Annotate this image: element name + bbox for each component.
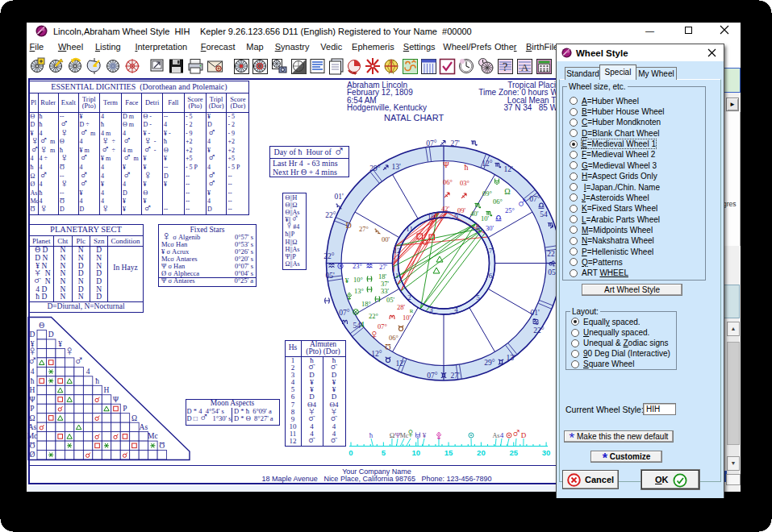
svg-text:20: 20 (477, 448, 486, 457)
svg-text:¥: ¥ (58, 340, 62, 348)
svg-text:11: 11 (406, 225, 413, 233)
svg-text:♀: ♀ (406, 426, 416, 441)
svg-text:07°: 07° (378, 322, 387, 330)
svg-text:27': 27' (450, 139, 460, 148)
svg-text:Ψ: Ψ (29, 396, 35, 404)
svg-text:R: R (410, 308, 414, 314)
svg-text:13': 13' (391, 163, 401, 171)
svg-text:18°: 18° (361, 300, 371, 308)
svg-text:ħ: ħ (95, 377, 99, 385)
svg-text:4: 4 (31, 368, 35, 376)
svg-text:05: 05 (548, 268, 556, 276)
svg-text:29°: 29° (369, 164, 381, 172)
svg-text:30: 30 (542, 448, 551, 457)
svg-text:As: As (140, 423, 148, 431)
svg-text:15: 15 (444, 448, 453, 457)
svg-text:09': 09' (457, 206, 466, 214)
svg-text:¥: ¥ (423, 431, 427, 439)
svg-text:4: 4 (86, 368, 90, 376)
svg-text:09°: 09° (482, 189, 492, 197)
svg-text:Ʊ: Ʊ (385, 343, 390, 351)
svg-text:0: 0 (348, 448, 353, 457)
svg-text:01': 01' (334, 193, 344, 201)
svg-text:07°: 07° (529, 195, 540, 203)
svg-text:Ø: Ø (30, 451, 35, 459)
svg-text:5: 5 (382, 448, 386, 457)
svg-text:♂: ♂ (73, 353, 84, 368)
svg-text:¥: ¥ (345, 276, 349, 285)
svg-text:40': 40' (470, 210, 479, 218)
svg-text:Θ: Θ (39, 322, 44, 330)
svg-text:P: P (30, 405, 34, 413)
svg-text:06°: 06° (443, 178, 453, 186)
svg-text:12': 12' (503, 165, 513, 173)
svg-text:27': 27' (379, 263, 388, 271)
svg-text:22°: 22° (533, 326, 545, 335)
svg-text:42': 42' (441, 205, 450, 213)
svg-text:7: 7 (489, 247, 493, 255)
svg-text:D: D (521, 431, 527, 439)
svg-text:13': 13' (506, 354, 515, 362)
svg-text:12': 12' (395, 360, 405, 368)
svg-text:D: D (345, 221, 351, 230)
svg-text:27': 27' (450, 372, 460, 380)
svg-text:Ʊ: Ʊ (29, 442, 35, 450)
svg-text:H: H (104, 386, 110, 394)
svg-text:ħ: ħ (465, 163, 469, 172)
svg-text:6: 6 (489, 272, 493, 280)
svg-text:10: 10 (411, 448, 420, 457)
svg-text:03°: 03° (460, 179, 469, 187)
svg-text:25°: 25° (505, 206, 515, 214)
svg-text:Ʊ: Ʊ (159, 442, 165, 450)
svg-text:4: 4 (361, 320, 365, 329)
svg-text:06°: 06° (389, 334, 399, 342)
svg-text:1: 1 (395, 272, 399, 280)
svg-text:22°: 22° (369, 312, 378, 320)
svg-text:D: D (48, 330, 54, 339)
svg-text:28': 28' (397, 303, 406, 311)
svg-text:4: 4 (500, 431, 504, 439)
svg-text:Ω: Ω (390, 431, 395, 439)
svg-text:As: As (493, 432, 500, 439)
svg-text:01': 01' (530, 309, 540, 317)
svg-text:5: 5 (476, 293, 480, 301)
svg-text:ħ: ħ (31, 377, 35, 385)
svg-text:07°: 07° (426, 139, 437, 148)
svg-text:25: 25 (509, 448, 518, 457)
svg-text:05': 05' (386, 296, 395, 304)
svg-text:Ψ: Ψ (113, 396, 119, 404)
svg-text:10°: 10° (353, 276, 363, 284)
svg-text:22°: 22° (325, 211, 336, 219)
svg-text:10: 10 (428, 213, 436, 221)
svg-text:06°: 06° (493, 197, 503, 206)
svg-text:07°: 07° (339, 309, 350, 317)
svg-text:♂: ♂ (516, 194, 528, 211)
svg-text:Ω: Ω (504, 187, 510, 196)
svg-text:Ψ: Ψ (443, 160, 449, 169)
svg-text:Ω: Ω (131, 414, 137, 422)
svg-text:♂: ♂ (511, 426, 522, 441)
svg-text:07°: 07° (427, 372, 438, 380)
svg-text:12°: 12° (371, 350, 382, 358)
svg-text:05': 05' (325, 272, 335, 280)
svg-text:10': 10' (481, 214, 490, 222)
svg-text:4: 4 (454, 305, 458, 314)
svg-text:2: 2 (407, 293, 411, 301)
svg-text:29°: 29° (484, 359, 495, 367)
svg-text:33': 33' (381, 287, 390, 295)
svg-text:30': 30' (486, 224, 494, 232)
svg-text:3: 3 (429, 305, 433, 314)
svg-text:22: 22 (547, 250, 555, 258)
svg-text:22°: 22° (323, 252, 335, 260)
svg-text:10': 10' (403, 314, 411, 322)
svg-text:54: 54 (540, 210, 548, 218)
svg-text:12°: 12° (482, 160, 493, 168)
svg-text:13°: 13° (354, 287, 364, 295)
svg-text:R: R (476, 222, 480, 229)
svg-text:Mc: Mc (148, 432, 158, 440)
svg-text:As: As (28, 423, 37, 431)
svg-text:12: 12 (394, 247, 401, 255)
svg-text:00': 00' (382, 235, 390, 243)
svg-text:Ω: Ω (29, 414, 35, 422)
svg-text:H: H (30, 386, 35, 394)
